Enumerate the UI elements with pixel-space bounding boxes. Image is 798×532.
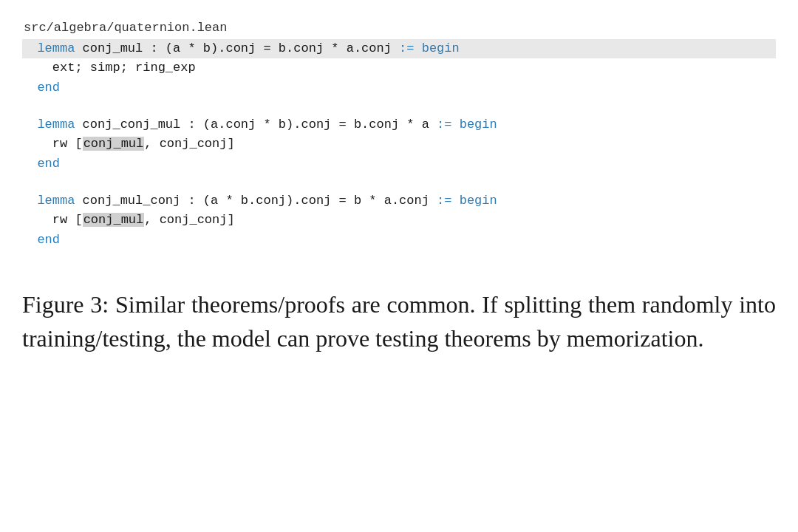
keyword: end (37, 233, 60, 247)
code-block: src/algebra/quaternion.lean lemma conj_m… (22, 21, 776, 250)
figure-caption: Figure 3: Similar theorems/proofs are co… (22, 288, 776, 355)
code-plain: conj_conj_mul : (a.conj * b).conj = b.co… (75, 117, 437, 132)
keyword: end (37, 81, 60, 95)
code-plain (452, 117, 460, 132)
code-plain: conj_mul : (a * b).conj = b.conj * a.con… (75, 41, 399, 55)
keyword: := (437, 117, 451, 132)
highlighted-term: conj_mul (83, 213, 145, 227)
lemma-group-3: lemma conj_mul_conj : (a * b.conj).conj … (22, 191, 776, 250)
keyword: begin (460, 194, 497, 208)
highlighted-term: conj_mul (83, 137, 145, 151)
blank-line (22, 105, 776, 115)
code-line: end (22, 78, 776, 98)
caption-text: Similar theorems/proofs are common. If s… (22, 291, 776, 351)
code-area: lemma conj_mul : (a * b).conj = b.conj *… (22, 39, 776, 250)
code-line: ext; simp; ring_exp (22, 58, 776, 78)
blank-line (22, 181, 776, 191)
lemma-group-1: lemma conj_mul : (a * b).conj = b.conj *… (22, 39, 776, 98)
keyword: lemma (37, 194, 75, 208)
keyword: end (37, 157, 60, 171)
code-plain: rw [conj_mul, conj_conj] (52, 137, 235, 151)
code-line: end (22, 154, 776, 174)
code-plain: rw [conj_mul, conj_conj] (52, 213, 235, 227)
keyword: begin (460, 117, 497, 132)
code-line: end (22, 231, 776, 250)
code-plain (452, 194, 460, 208)
page-container: src/algebra/quaternion.lean lemma conj_m… (0, 0, 798, 532)
keyword: := (437, 194, 451, 208)
keyword: lemma (37, 117, 75, 132)
code-line: rw [conj_mul, conj_conj] (22, 134, 776, 154)
code-line: lemma conj_conj_mul : (a.conj * b).conj … (22, 115, 776, 134)
figure-label: Figure 3: (22, 291, 109, 318)
code-line: lemma conj_mul_conj : (a * b.conj).conj … (22, 191, 776, 211)
code-plain (415, 41, 422, 55)
code-plain: conj_mul_conj : (a * b.conj).conj = b * … (75, 194, 437, 208)
keyword: lemma (37, 41, 75, 55)
file-path: src/algebra/quaternion.lean (22, 21, 776, 35)
code-line: rw [conj_mul, conj_conj] (22, 211, 776, 230)
code-line: lemma conj_mul : (a * b).conj = b.conj *… (22, 39, 776, 58)
code-plain: ext; simp; ring_exp (52, 61, 196, 75)
keyword: begin (422, 41, 460, 55)
keyword: := (399, 41, 414, 55)
lemma-group-2: lemma conj_conj_mul : (a.conj * b).conj … (22, 115, 776, 174)
